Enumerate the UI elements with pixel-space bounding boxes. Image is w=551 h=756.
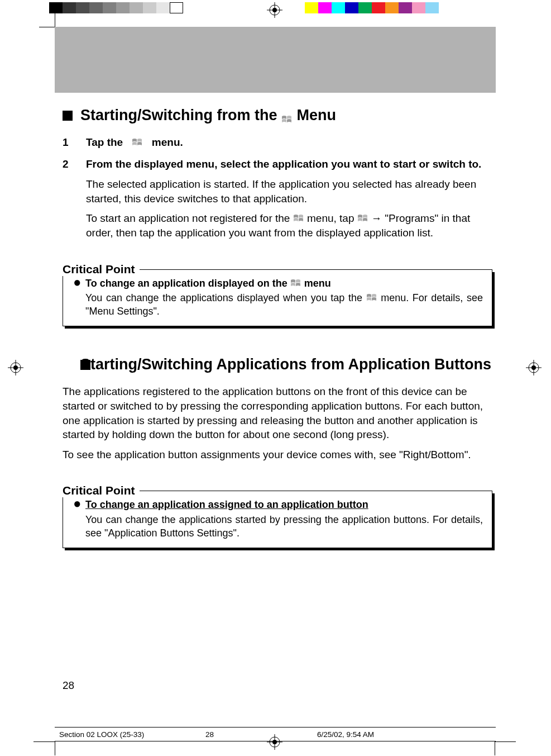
critical-point-heading: To change an application displayed on th… (85, 277, 483, 290)
critical-point-body: You can change the applications started … (85, 513, 483, 540)
step-number: 1 (63, 135, 86, 150)
windows-flag-icon (290, 278, 301, 288)
footer-section-name: Section 02 LOOX (25-33) (55, 730, 205, 739)
page-header-band (55, 27, 496, 93)
step-text: From the displayed menu, select the appl… (86, 158, 481, 170)
color-calibration-bar-grayscale (49, 2, 183, 13)
windows-flag-icon (281, 111, 293, 121)
registration-mark-icon (8, 360, 23, 375)
print-footer: Section 02 LOOX (25-33) 28 6/25/02, 9:54… (55, 727, 496, 741)
bullet-dot-icon: ● (73, 498, 85, 540)
heading-text: Menu (297, 106, 337, 125)
windows-flag-icon (132, 137, 143, 147)
step-description: The selected application is started. If … (86, 177, 492, 206)
crop-mark (55, 741, 55, 755)
bullet-square-icon (63, 111, 73, 121)
body-paragraph: To see the application button assignment… (63, 448, 492, 462)
footer-page-number: 28 (205, 730, 317, 739)
crop-mark (55, 11, 55, 27)
crop-mark (39, 27, 55, 27)
step-number: 2 (63, 157, 86, 240)
windows-flag-icon (366, 293, 377, 303)
windows-flag-icon (357, 213, 368, 223)
step-text: Tap the (86, 136, 123, 148)
color-calibration-bar-colors (305, 2, 439, 13)
step-text: menu. (152, 136, 183, 148)
critical-point-2: Critical Point ● To change an applicatio… (63, 477, 492, 548)
windows-flag-icon (293, 213, 304, 223)
page-content: Starting/Switching from the Menu 1 Tap t… (63, 106, 492, 548)
heading-text: Starting/Switching from the (80, 106, 277, 125)
critical-point-1: Critical Point ● To change an applicatio… (63, 256, 492, 327)
critical-point-body: You can change the applications displaye… (85, 291, 483, 318)
critical-point-box: ● To change an application displayed on … (63, 270, 492, 327)
registration-mark-icon (267, 2, 282, 18)
crop-mark (495, 741, 495, 755)
section-heading-start-menu: Starting/Switching from the Menu (63, 106, 492, 125)
critical-point-box: ● To change an application assigned to a… (63, 491, 492, 548)
text-run: You can change the applications displaye… (85, 292, 362, 303)
critical-point-heading: To change an application assigned to an … (85, 498, 483, 511)
page-number: 28 (63, 679, 74, 692)
text-run: To start an application not registered f… (86, 212, 290, 224)
critical-point-label: Critical Point (63, 263, 140, 276)
body-paragraph: The applications registered to the appli… (63, 384, 492, 442)
step-1: 1 Tap the menu. (63, 135, 492, 150)
step-2: 2 From the displayed menu, select the ap… (63, 157, 492, 240)
crop-mark (33, 741, 55, 742)
footer-datetime: 6/25/02, 9:54 AM (317, 730, 496, 739)
section-heading-app-buttons: Starting/Switching Applications from App… (63, 355, 492, 374)
step-description: To start an application not registered f… (86, 211, 492, 240)
text-run: To change an application displayed on th… (85, 278, 288, 289)
crop-mark (495, 741, 516, 742)
registration-mark-icon (526, 360, 542, 375)
text-run: menu (304, 278, 331, 289)
bullet-dot-icon: ● (73, 277, 85, 318)
heading-text: Starting/Switching Applications from App… (98, 355, 491, 374)
critical-point-label: Critical Point (63, 484, 140, 497)
text-run: menu, tap (307, 212, 354, 224)
